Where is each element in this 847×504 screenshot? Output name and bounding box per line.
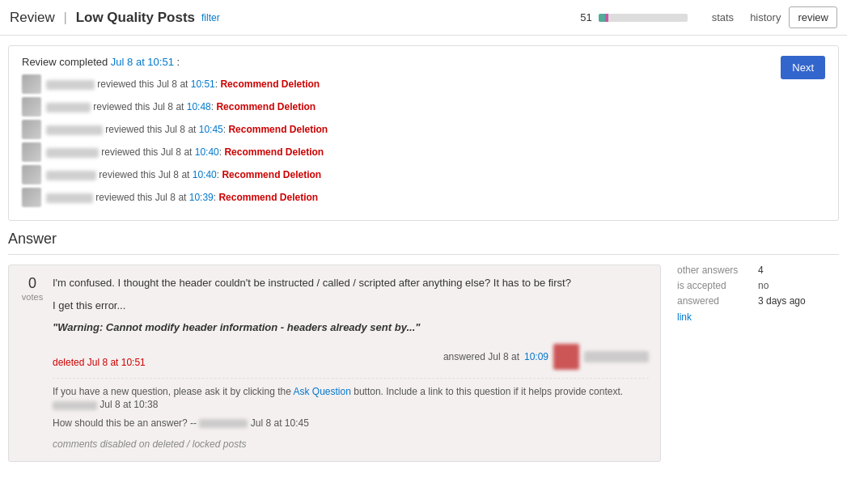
avatar <box>22 74 41 94</box>
reviewer-row: reviewed this Jul 8 at 10:40: Recommend … <box>22 165 825 184</box>
answer-card: 0 votes I'm confused. I thought the head… <box>8 265 661 462</box>
separator: | <box>63 10 66 25</box>
answerer-name <box>584 351 649 362</box>
answer-main: 0 votes I'm confused. I thought the head… <box>8 265 661 462</box>
answer-body-line1: I'm confused. I thought the header could… <box>53 275 649 291</box>
review-completed-title: Review completed Jul 8 at 10:51 : <box>22 56 825 68</box>
review-action: Recommend Deletion <box>228 124 328 135</box>
review-action: Recommend Deletion <box>216 101 316 112</box>
is-accepted-value: no <box>758 280 769 291</box>
review-action: Recommend Deletion <box>218 192 318 203</box>
reviewer-name <box>46 103 91 112</box>
sidebar-link-row: link <box>677 311 839 323</box>
review-time: 10:40 <box>193 169 217 180</box>
review-action: Recommend Deletion <box>220 78 320 90</box>
page-header: Review | Low Quality Posts filter 51 sta… <box>0 0 847 36</box>
answer-link[interactable]: link <box>677 311 692 323</box>
progress-bar-yellow <box>605 14 608 22</box>
progress-count: 51 <box>580 11 591 23</box>
filter-link[interactable]: filter <box>201 12 220 23</box>
vote-count: 0 <box>28 275 36 292</box>
answer-meta: deleted Jul 8 at 10:51 answered Jul 8 at… <box>53 344 649 370</box>
commenter-name <box>53 401 97 410</box>
other-answers-label: other answers <box>677 265 750 276</box>
answerer-avatar <box>553 344 579 370</box>
answered-label: answered <box>677 295 750 307</box>
review-time: 10:51 <box>191 78 215 90</box>
answer-body-line2: I get this error... <box>53 298 649 314</box>
commenter-name <box>199 419 248 428</box>
vote-area: 0 votes I'm confused. I thought the head… <box>20 275 649 451</box>
reviewer-name <box>46 148 99 158</box>
answered-by: answered Jul 8 at 10:09 <box>443 344 649 370</box>
review-label: Review <box>10 10 55 25</box>
deleted-notice: deleted Jul 8 at 10:51 <box>53 355 146 370</box>
comment-time: Jul 8 at 10:45 <box>251 417 309 429</box>
reviewer-row: reviewed this Jul 8 at 10:45: Recommend … <box>22 120 825 139</box>
is-accepted-label: is accepted <box>677 280 750 291</box>
review-completed-label: Review completed <box>22 56 108 68</box>
avatar <box>22 97 41 116</box>
review-action: Recommend Deletion <box>222 169 321 180</box>
comments-section: If you have a new question, please ask i… <box>53 378 649 451</box>
reviewer-text: reviewed this Jul 8 at 10:40: Recommend … <box>46 146 324 158</box>
avatar <box>22 165 41 184</box>
review-completed-suffix: : <box>177 56 180 68</box>
review-time: 10:45 <box>199 124 223 135</box>
reviewer-name <box>46 125 103 135</box>
review-time: 10:48 <box>187 101 211 112</box>
sidebar-is-accepted: is accepted no <box>677 280 839 291</box>
review-completed-box: Review completed Jul 8 at 10:51 : review… <box>8 45 839 221</box>
answered-value: 3 days ago <box>758 295 806 307</box>
avatar <box>22 142 41 162</box>
reviewer-name <box>46 80 95 90</box>
reviewer-row: reviewed this Jul 8 at 10:51: Recommend … <box>22 74 825 94</box>
progress-bar <box>599 14 688 22</box>
avatar <box>22 188 41 207</box>
reviewer-text: reviewed this Jul 8 at 10:45: Recommend … <box>46 124 328 135</box>
header-nav: stats history review <box>704 6 837 28</box>
reviewer-row: reviewed this Jul 8 at 10:48: Recommend … <box>22 97 825 116</box>
answer-layout: 0 votes I'm confused. I thought the head… <box>8 265 839 462</box>
reviewer-row: reviewed this Jul 8 at 10:39: Recommend … <box>22 188 825 207</box>
vote-column: 0 votes <box>20 275 44 302</box>
ask-question-link[interactable]: Ask Question <box>294 386 351 397</box>
reviewer-row: reviewed this Jul 8 at 10:40: Recommend … <box>22 142 825 162</box>
breadcrumb: Review | Low Quality Posts <box>10 10 195 26</box>
progress-area: 51 <box>580 11 687 23</box>
reviewer-name <box>46 193 93 203</box>
comment-row: If you have a new question, please ask i… <box>53 385 649 413</box>
comment-row: How should this be an answer? -- Jul 8 a… <box>53 417 649 430</box>
review-action: Recommend Deletion <box>224 146 324 158</box>
comment-time: Jul 8 at 10:38 <box>100 399 158 410</box>
sidebar-other-answers: other answers 4 <box>677 265 839 276</box>
reviewer-text: reviewed this Jul 8 at 10:51: Recommend … <box>46 78 320 90</box>
nav-stats[interactable]: stats <box>704 6 742 28</box>
answer-sidebar: other answers 4 is accepted no answered … <box>677 265 839 462</box>
comments-disabled-notice: comments disabled on deleted / locked po… <box>53 437 649 451</box>
nav-review[interactable]: review <box>789 6 837 28</box>
progress-bar-green <box>599 14 606 22</box>
queue-name: Low Quality Posts <box>76 10 195 25</box>
review-time: 10:40 <box>195 146 219 158</box>
avatar <box>22 120 41 139</box>
answered-time: 10:09 <box>524 349 548 364</box>
vote-label: votes <box>22 292 43 302</box>
other-answers-value: 4 <box>758 265 764 276</box>
answer-heading: Answer <box>8 231 839 255</box>
reviewer-text: reviewed this Jul 8 at 10:39: Recommend … <box>46 192 318 203</box>
reviewer-text: reviewed this Jul 8 at 10:48: Recommend … <box>46 101 316 112</box>
review-time: 10:39 <box>189 192 214 203</box>
answer-content: I'm confused. I thought the header could… <box>53 275 649 451</box>
error-message: "Warning: Cannot modify header informati… <box>53 320 649 336</box>
reviewer-name <box>46 171 96 180</box>
answer-section: Answer 0 votes I'm confused. I thought t… <box>8 231 839 462</box>
next-button[interactable]: Next <box>781 56 825 79</box>
answered-prefix: answered Jul 8 at <box>443 349 519 364</box>
reviewer-text: reviewed this Jul 8 at 10:40: Recommend … <box>46 169 321 180</box>
review-completed-time[interactable]: Jul 8 at 10:51 <box>111 56 174 68</box>
sidebar-answered: answered 3 days ago <box>677 295 839 307</box>
nav-history[interactable]: history <box>742 6 789 28</box>
